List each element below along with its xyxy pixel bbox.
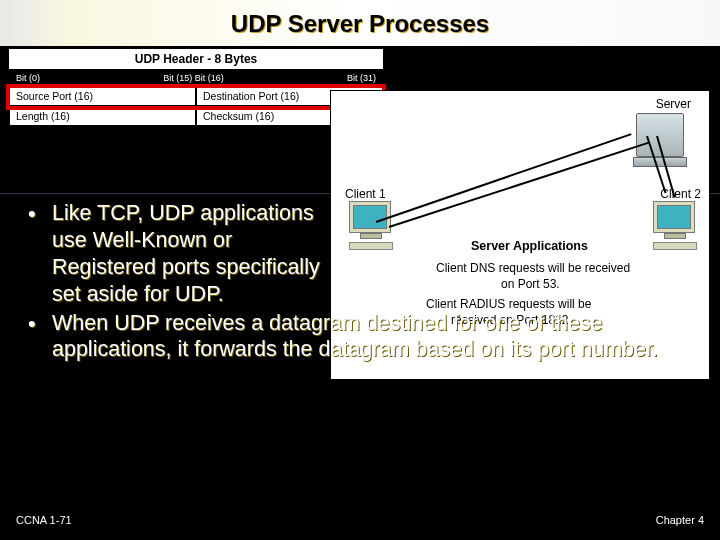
udp-header-caption: UDP Header - 8 Bytes: [9, 49, 383, 70]
length-cell: Length (16): [9, 106, 196, 126]
client1-label: Client 1: [345, 187, 386, 201]
server-icon: [636, 113, 687, 167]
bullet-2: When UDP receives a datagram destined fo…: [28, 310, 693, 364]
udp-header-table: UDP Header - 8 Bytes Bit (0) Bit (15) Bi…: [8, 48, 384, 127]
server-label: Server: [656, 97, 691, 111]
client2-label: Client 2: [660, 187, 701, 201]
src-port-cell: Source Port (16): [9, 86, 196, 106]
bullet-list: Like TCP, UDP applications use Well-Know…: [28, 200, 693, 365]
slide-footer: CCNA 1-71 Chapter 4: [16, 514, 704, 526]
footer-left: CCNA 1-71: [16, 514, 72, 526]
footer-right: Chapter 4: [656, 514, 704, 526]
bit-mid: Bit (15) Bit (16): [163, 73, 224, 83]
bit-left: Bit (0): [16, 73, 40, 83]
bit-ruler: Bit (0) Bit (15) Bit (16) Bit (31): [9, 70, 383, 86]
bit-right: Bit (31): [347, 73, 376, 83]
bullet-1: Like TCP, UDP applications use Well-Know…: [28, 200, 693, 308]
slide-title: UDP Server Processes: [0, 0, 720, 46]
